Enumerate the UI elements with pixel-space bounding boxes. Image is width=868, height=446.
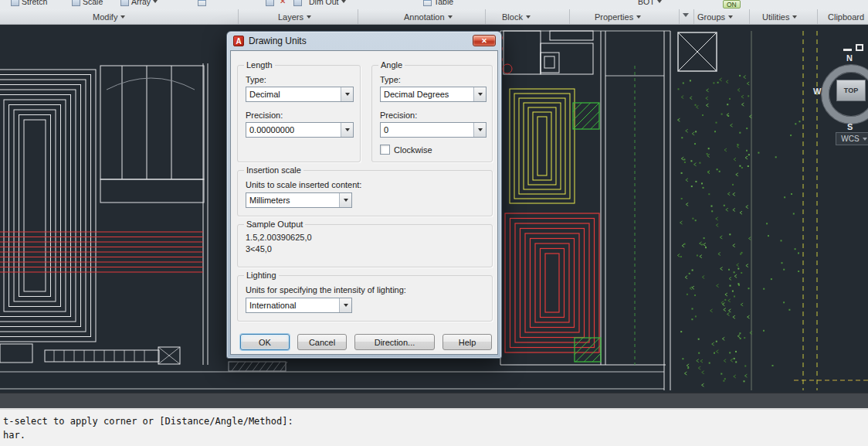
- length-precision-value: 0.00000000: [246, 125, 341, 134]
- scale-label: Scale: [83, 0, 103, 6]
- panel-groups-label: Groups: [697, 12, 725, 22]
- ok-button[interactable]: OK: [240, 334, 290, 350]
- panel-block-label: Block: [502, 12, 523, 22]
- minimize-icon[interactable]: [843, 49, 852, 51]
- clockwise-label: Clockwise: [394, 145, 432, 155]
- autocad-window: Stretch Scale Array ✕ Dim Out Tabl: [0, 0, 868, 446]
- panel-layers-label: Layers: [278, 12, 303, 22]
- sample-output-line2: 3<45,0: [246, 244, 272, 254]
- panel-annotation[interactable]: Annotation: [404, 11, 453, 23]
- freeze-tool-icon: [293, 0, 302, 6]
- angle-group-label: Angle: [378, 60, 405, 70]
- panel-divider: [817, 9, 818, 24]
- close-button[interactable]: ✕: [473, 35, 496, 46]
- command-history-line: har.: [3, 430, 25, 441]
- chevron-down-icon: [526, 15, 531, 19]
- array-icon: [120, 0, 129, 6]
- stretch-button[interactable]: Stretch: [11, 0, 47, 9]
- table-label: Table: [434, 0, 453, 6]
- viewcube-north[interactable]: N: [846, 53, 853, 63]
- insertion-scale-value: Millimeters: [246, 196, 339, 205]
- insertion-scale-description: Units to scale inserted content:: [246, 180, 361, 189]
- cancel-button[interactable]: Cancel: [297, 334, 347, 350]
- sample-output-line1: 1.5,2.00390625,0: [246, 233, 312, 242]
- restore-icon[interactable]: [856, 44, 863, 51]
- dialog-titlebar[interactable]: A Drawing Units: [227, 32, 501, 50]
- dialog-body: Length Type: Decimal Precision: 0.000000…: [230, 50, 498, 355]
- panel-clipboard-label: Clipboard: [828, 12, 864, 22]
- panel-modify[interactable]: Modify: [93, 11, 125, 23]
- table-button[interactable]: Table: [423, 0, 453, 9]
- freeze-tool-button[interactable]: [293, 0, 302, 9]
- chevron-down-icon: [657, 0, 662, 3]
- canvas-bottom-strip: [0, 393, 868, 408]
- stretch-label: Stretch: [22, 0, 47, 6]
- command-line-area[interactable]: t-select to apply corner or [Distance/An…: [0, 408, 868, 446]
- help-button[interactable]: Help: [442, 334, 492, 350]
- chevron-down-icon[interactable]: [473, 123, 486, 137]
- array-label: Array: [131, 0, 151, 6]
- array-button[interactable]: Array: [120, 0, 158, 9]
- scale-button[interactable]: Scale: [72, 0, 103, 9]
- length-precision-label: Precision:: [246, 111, 283, 120]
- bot-dropdown[interactable]: BOT: [638, 0, 662, 9]
- layer-tool-button[interactable]: [266, 0, 274, 9]
- panel-layers[interactable]: Layers: [278, 11, 311, 23]
- length-group-label: Length: [244, 60, 275, 70]
- insertion-scale-select[interactable]: Millimeters: [246, 192, 352, 208]
- command-prompt-line: t-select to apply corner or [Distance/An…: [3, 416, 293, 427]
- insertion-scale-group: Insertion scale Units to scale inserted …: [237, 170, 493, 216]
- panel-clipboard[interactable]: Clipboard: [828, 11, 864, 23]
- chevron-down-icon: [636, 15, 641, 19]
- panel-groups[interactable]: Groups: [697, 11, 733, 23]
- panel-launcher-icon[interactable]: [683, 13, 689, 17]
- panel-divider: [485, 9, 486, 24]
- panel-divider: [569, 9, 570, 24]
- panel-divider: [679, 9, 680, 24]
- viewcube-top-face[interactable]: TOP: [836, 80, 866, 101]
- layer-tool-icon: [266, 0, 274, 6]
- panel-block[interactable]: Block: [502, 11, 531, 23]
- panel-properties[interactable]: Properties: [595, 11, 641, 23]
- table-icon: [423, 0, 432, 6]
- chevron-down-icon[interactable]: [339, 193, 351, 207]
- viewcube-south[interactable]: S: [847, 122, 853, 131]
- sample-output-label: Sample Output: [244, 220, 305, 229]
- chevron-down-icon[interactable]: [339, 298, 351, 312]
- chevron-down-icon[interactable]: [341, 123, 353, 137]
- direction-button[interactable]: Direction...: [354, 334, 435, 350]
- panel-divider: [238, 9, 239, 24]
- chevron-down-icon: [153, 0, 158, 3]
- angle-precision-select[interactable]: 0: [380, 122, 487, 138]
- chevron-down-icon: [307, 15, 311, 19]
- chevron-down-icon: [341, 0, 346, 3]
- on-toggle[interactable]: ON: [723, 0, 741, 9]
- chevron-down-icon[interactable]: [473, 87, 486, 101]
- autocad-logo-icon: A: [233, 36, 244, 46]
- erase-tool-button[interactable]: ✕: [280, 0, 286, 9]
- angle-type-select[interactable]: Decimal Degrees: [380, 87, 487, 102]
- ribbon-panel-row: Modify Layers Annotation Block Propertie…: [0, 9, 868, 25]
- panel-annotation-label: Annotation: [404, 12, 445, 22]
- dim-out-button[interactable]: Dim Out: [309, 0, 346, 9]
- clockwise-checkbox[interactable]: [380, 145, 390, 155]
- bot-label: BOT: [638, 0, 655, 6]
- table-style-button[interactable]: [198, 0, 206, 9]
- chevron-down-icon: [120, 15, 125, 19]
- close-icon: ✕: [481, 37, 487, 45]
- angle-group: Angle Type: Decimal Degrees Precision: 0…: [371, 65, 493, 162]
- lighting-select[interactable]: International: [246, 298, 352, 313]
- length-precision-select[interactable]: 0.00000000: [246, 122, 354, 138]
- chevron-down-icon: [448, 15, 453, 19]
- panel-utilities[interactable]: Utilities: [762, 11, 797, 23]
- drawing-units-dialog: A Drawing Units ✕ Length Type: Decimal P…: [226, 31, 502, 359]
- lighting-value: International: [246, 301, 339, 310]
- wcs-button[interactable]: WCS: [836, 132, 868, 145]
- chevron-down-icon: [792, 15, 797, 19]
- panel-utilities-label: Utilities: [762, 12, 789, 22]
- chevron-down-icon[interactable]: [341, 87, 353, 101]
- length-type-select[interactable]: Decimal: [246, 87, 354, 102]
- dim-out-label: Dim Out: [309, 0, 339, 6]
- dialog-title: Drawing Units: [249, 36, 307, 46]
- viewcube-west[interactable]: W: [813, 87, 821, 96]
